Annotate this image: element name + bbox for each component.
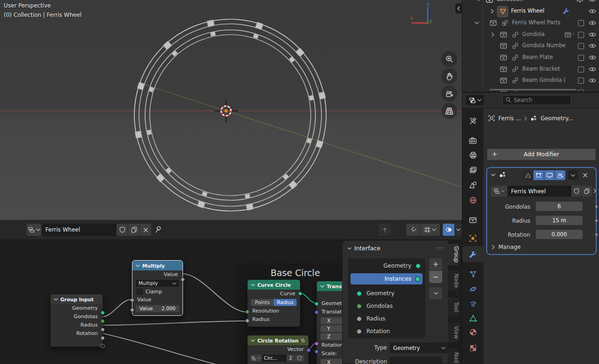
selectability-checkbox[interactable] <box>578 43 584 49</box>
socket-vector-out[interactable] <box>307 348 311 352</box>
chevron-down-icon[interactable] <box>475 22 479 24</box>
viewport-camera-view-button[interactable] <box>441 86 457 102</box>
tab-material[interactable] <box>462 325 483 339</box>
user-count-badge[interactable]: 2 <box>287 355 294 362</box>
socket-radius[interactable] <box>101 328 105 332</box>
outliner-row-beam-gondola[interactable]: Beam Gondola ( <box>462 75 599 86</box>
toggle-realtime-display[interactable] <box>544 170 555 180</box>
socket-virtual[interactable] <box>101 344 105 348</box>
tab-object[interactable] <box>462 231 483 245</box>
region-expand-arrow[interactable] <box>455 3 462 14</box>
socket-radius-in[interactable] <box>245 319 249 323</box>
eye-icon[interactable] <box>589 67 596 72</box>
interface-output-geometry[interactable]: Geometry <box>383 261 411 271</box>
interface-input-geometry[interactable]: Geometry <box>366 288 394 298</box>
socket-scale-in[interactable] <box>314 349 319 354</box>
eye-icon[interactable] <box>589 78 596 83</box>
mode-radius-button[interactable]: Radius <box>274 299 297 306</box>
node-curve-circle[interactable]: Curve Circle Curve Points Radius Resolut… <box>247 279 300 327</box>
socket-translation-in[interactable] <box>314 310 319 314</box>
snap-toggle-button[interactable] <box>406 224 420 236</box>
tab-render[interactable] <box>462 133 483 147</box>
socket-geometry-in[interactable] <box>314 302 319 306</box>
fake-user-shield-button[interactable] <box>117 224 128 236</box>
outliner-row-beam-plate[interactable]: Beam Plate <box>462 52 599 63</box>
socket-gondolas[interactable] <box>101 319 105 323</box>
clamp-checkbox[interactable] <box>137 289 143 295</box>
chevron-right-icon[interactable] <box>491 32 494 37</box>
selectability-checkbox[interactable] <box>578 78 584 84</box>
eye-icon[interactable] <box>589 44 596 48</box>
toggle-edit-mode-display[interactable] <box>523 170 533 180</box>
unlink-button[interactable] <box>140 224 151 236</box>
interface-input-radius[interactable]: Radius <box>366 313 385 324</box>
snap-mode-dropdown[interactable] <box>420 224 440 236</box>
tab-view[interactable]: View <box>448 322 460 343</box>
tab-world[interactable] <box>462 193 483 207</box>
outliner-row-gondola[interactable]: Gondola : <box>462 29 599 40</box>
viewport-orthographic-toggle[interactable] <box>441 103 457 119</box>
modifier-wrench-icon[interactable] <box>562 7 570 15</box>
tab-view-layer[interactable] <box>462 163 483 177</box>
socket-rotation-in[interactable] <box>314 342 319 346</box>
eye-icon[interactable] <box>589 9 596 14</box>
tab-node[interactable]: Node <box>448 270 460 291</box>
selectability-checkbox[interactable] <box>578 55 584 61</box>
outliner-row-collection[interactable]: Collection <box>462 0 599 5</box>
type-dropdown[interactable]: Geometry <box>390 342 449 353</box>
group-browse-button[interactable] <box>250 355 262 362</box>
modifier-panel-ferris-wheel[interactable]: Ferris Wheel Gondolas 6 Radius 15 m Rota… <box>486 167 597 255</box>
tab-particles[interactable] <box>462 267 483 281</box>
node-group-name-field[interactable]: Ferris Wheel <box>42 224 123 236</box>
rotation-field[interactable]: 0.000 <box>536 230 583 239</box>
remove-modifier-icon[interactable] <box>583 173 588 178</box>
tab-modifiers-active[interactable] <box>462 247 483 261</box>
interface-input-rotation[interactable]: Rotation <box>366 326 390 336</box>
tab-group[interactable]: Group <box>448 243 460 266</box>
outliner-row-ferris-wheel[interactable]: Ferris Wheel <box>462 6 599 17</box>
gondolas-field[interactable]: 6 <box>536 202 583 211</box>
grip-icon[interactable] <box>436 247 443 250</box>
node-group-browse-button[interactable] <box>491 186 507 197</box>
eye-icon[interactable] <box>589 55 596 60</box>
mode-points-button[interactable]: Points <box>251 299 274 306</box>
geometry-node-editor[interactable]: Ferris Wheel Base Circle <box>0 220 462 364</box>
node-math-multiply[interactable]: Multiply Value Multiply Clamp Value Valu… <box>132 260 183 316</box>
tab-tool[interactable] <box>462 114 483 128</box>
horizontal-scrollbar[interactable] <box>489 89 577 90</box>
socket-rotation[interactable] <box>101 336 105 340</box>
eye-icon[interactable] <box>589 32 596 37</box>
socket-geometry[interactable] <box>101 311 105 315</box>
pin-toggle[interactable] <box>154 226 161 233</box>
outliner[interactable]: Collection Ferris Wheel Ferris Wheel Par… <box>462 0 599 92</box>
decorator-dot[interactable] <box>595 233 598 236</box>
collapse-icon[interactable] <box>491 174 496 176</box>
tab-texture[interactable] <box>462 341 483 355</box>
decorator-dot[interactable] <box>595 219 598 222</box>
manage-subpanel-toggle[interactable]: Manage <box>492 244 521 250</box>
tab-collection[interactable] <box>462 213 483 227</box>
radius-field[interactable]: 15 m <box>536 216 583 225</box>
fake-user-shield-button[interactable] <box>571 186 581 197</box>
overlays-toggle[interactable] <box>443 224 454 236</box>
search-box[interactable] <box>502 95 571 105</box>
node-circle-rotation-group[interactable]: Circle Rotation Vector Circ... 2 <box>247 335 309 364</box>
decorator-dot[interactable] <box>595 205 598 208</box>
socket-value-out[interactable] <box>181 277 185 282</box>
tab-output[interactable] <box>462 148 483 162</box>
node-canvas[interactable]: Base Circle Group Input Geometry Gondola… <box>0 240 462 364</box>
value-slider[interactable]: Value 2.000 <box>136 305 179 312</box>
description-field[interactable] <box>390 357 442 364</box>
axis-gizmo[interactable] <box>412 7 429 24</box>
tab-tool[interactable]: Tool <box>448 297 460 317</box>
fake-user-shield-button[interactable] <box>295 355 304 362</box>
eye-icon[interactable] <box>589 21 596 25</box>
eye-icon[interactable] <box>589 0 596 2</box>
interface-remove-button[interactable]: − <box>429 271 442 283</box>
socket-curve-out[interactable] <box>298 291 302 296</box>
socket-resolution-in[interactable] <box>245 310 249 314</box>
tab-object-data[interactable] <box>462 311 483 325</box>
socket-value-in-2[interactable] <box>130 308 134 312</box>
breadcrumb-modifier[interactable]: Geometry... <box>541 115 573 122</box>
toggle-cage-edit[interactable] <box>533 170 544 180</box>
